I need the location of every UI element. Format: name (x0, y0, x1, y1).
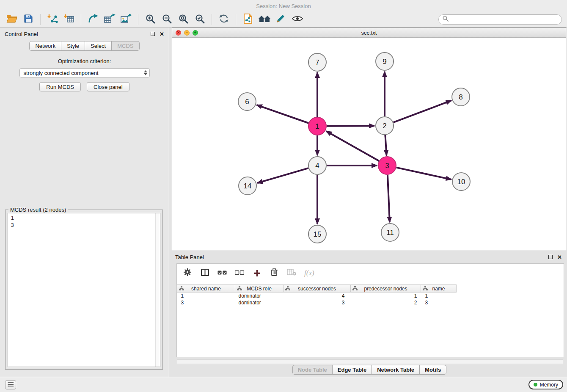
table-cell[interactable]: 2 (351, 299, 421, 306)
column-header-shared-name[interactable]: shared name (177, 285, 235, 293)
table-panel: Table Panel ✕ (172, 251, 567, 377)
graph-node-10[interactable]: 10 (452, 173, 470, 190)
select-all-button[interactable] (217, 268, 227, 279)
delete-column-button[interactable] (287, 268, 296, 279)
apply-style-button[interactable] (274, 13, 288, 26)
import-network-button[interactable] (46, 13, 59, 26)
zoom-out-icon (162, 14, 172, 25)
zoom-in-button[interactable] (143, 13, 157, 26)
tab-edge-table[interactable]: Edge Table (332, 365, 372, 375)
close-panel-button[interactable]: Close panel (87, 82, 129, 91)
svg-text:7: 7 (315, 58, 319, 66)
window-zoom-icon[interactable]: + (193, 30, 198, 36)
mcds-result-group: MCDS result (2 nodes) 1 3 (5, 210, 163, 370)
save-session-button[interactable] (22, 13, 35, 26)
close-panel-icon[interactable]: ✕ (557, 254, 562, 260)
export-table-icon (104, 14, 116, 25)
zoom-fit-button[interactable] (176, 13, 190, 26)
toolbar-separator (236, 14, 236, 25)
tab-node-table[interactable]: Node Table (292, 365, 333, 375)
svg-text:14: 14 (244, 182, 252, 190)
export-image-button[interactable] (119, 13, 133, 26)
search-field[interactable] (438, 14, 562, 25)
show-hide-graphics-button[interactable] (291, 13, 304, 26)
table-cell[interactable]: 1 (351, 293, 421, 299)
function-builder-button[interactable]: f(x) (304, 268, 314, 279)
table-cell[interactable]: 1 (177, 293, 235, 299)
import-table-button[interactable] (62, 13, 76, 26)
delete-row-button[interactable] (270, 268, 279, 279)
window-close-icon[interactable]: ✕ (176, 30, 181, 36)
table-settings-button[interactable] (183, 268, 192, 279)
tab-motifs[interactable]: Motifs (419, 365, 446, 375)
task-history-button[interactable] (5, 380, 16, 389)
tab-select[interactable]: Select (85, 41, 112, 51)
control-panel: Control Panel ✕ Network Style Select MCD… (0, 28, 169, 377)
graph-node-4[interactable]: 4 (308, 157, 326, 174)
deselect-all-button[interactable] (235, 268, 244, 279)
graph-node-7[interactable]: 7 (308, 53, 326, 71)
table-horizontal-scrollbar[interactable] (177, 359, 563, 364)
graph-edge-1-6[interactable] (257, 105, 309, 123)
network-canvas[interactable]: 7968124314101511 (172, 38, 566, 250)
graph-node-8[interactable]: 8 (452, 88, 470, 106)
network-window-titlebar[interactable]: ✕ − + scc.txt (172, 28, 566, 38)
search-input[interactable] (451, 17, 558, 23)
table-cell[interactable]: 3 (421, 299, 457, 306)
column-header-successor-nodes[interactable]: successor nodes (284, 285, 351, 293)
export-network-button[interactable] (86, 13, 100, 26)
run-mcds-button[interactable]: Run MCDS (39, 82, 81, 91)
graph-edge-3-10[interactable] (396, 168, 451, 179)
table-cell[interactable]: dominator (235, 299, 284, 306)
criterion-dropdown[interactable]: strongly connected component (19, 68, 150, 77)
network-from-clipboard-button[interactable] (241, 13, 255, 26)
graph-node-3[interactable]: 3 (378, 157, 396, 174)
network-graph[interactable]: 7968124314101511 (172, 38, 566, 250)
export-table-button[interactable] (103, 13, 116, 26)
create-column-button[interactable] (252, 268, 261, 279)
graph-node-14[interactable]: 14 (239, 177, 256, 195)
zoom-selected-button[interactable] (193, 13, 206, 26)
tab-style[interactable]: Style (61, 41, 85, 51)
float-panel-icon[interactable] (548, 255, 553, 259)
tab-network-table[interactable]: Network Table (372, 365, 420, 375)
tab-network[interactable]: Network (29, 41, 61, 51)
table-row[interactable]: 3dominator323 (177, 299, 564, 306)
toolbar-separator (212, 14, 212, 25)
mcds-result-area[interactable]: 1 3 (8, 213, 160, 367)
graph-edge-2-8[interactable] (394, 100, 451, 122)
table-cell-filler (457, 293, 564, 299)
table-cell[interactable]: 1 (421, 293, 457, 299)
show-columns-button[interactable] (200, 268, 209, 279)
float-panel-icon[interactable] (151, 32, 155, 36)
column-header-name[interactable]: name (421, 285, 457, 293)
close-panel-icon[interactable]: ✕ (160, 31, 164, 37)
window-minimize-icon[interactable]: − (184, 30, 190, 36)
graph-node-15[interactable]: 15 (308, 225, 326, 243)
table-row[interactable]: 1dominator411 (177, 293, 564, 299)
graph-node-11[interactable]: 11 (381, 224, 399, 241)
graph-node-9[interactable]: 9 (376, 52, 394, 70)
graph-node-6[interactable]: 6 (238, 93, 256, 110)
main-toolbar (0, 12, 567, 28)
refresh-view-button[interactable] (217, 13, 231, 26)
graph-node-2[interactable]: 2 (376, 117, 394, 135)
table-cell[interactable]: 3 (177, 299, 235, 306)
graph-edge-2-3[interactable] (385, 135, 386, 155)
graph-edge-4-14[interactable] (257, 168, 308, 183)
table-cell[interactable]: 4 (284, 293, 351, 299)
graph-node-1[interactable]: 1 (308, 117, 326, 135)
memory-button[interactable]: Memory (528, 380, 563, 389)
graph-edge-1-2[interactable] (327, 126, 374, 126)
zoom-out-button[interactable] (160, 13, 173, 26)
result-scrollbar[interactable] (155, 213, 160, 367)
open-session-button[interactable] (5, 13, 19, 26)
first-neighbors-button[interactable] (258, 13, 271, 26)
column-header-mcds-role[interactable]: MCDS role (235, 285, 284, 293)
graph-edge-3-1[interactable] (326, 131, 379, 161)
table-cell[interactable]: dominator (235, 293, 284, 299)
graph-edge-3-11[interactable] (388, 175, 390, 222)
table-cell[interactable]: 3 (284, 299, 351, 306)
column-header-predecessor-nodes[interactable]: predecessor nodes (351, 285, 421, 293)
tab-mcds[interactable]: MCDS (111, 41, 139, 51)
